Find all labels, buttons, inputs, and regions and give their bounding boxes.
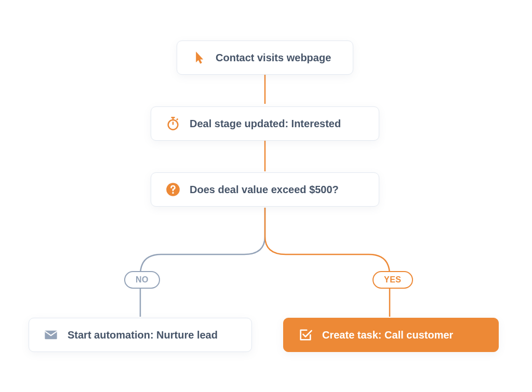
workflow-diagram: Contact visits webpage Deal stage update… xyxy=(0,0,532,392)
trigger-node-contact-visits: Contact visits webpage xyxy=(177,40,353,75)
branch-label-yes: YES xyxy=(373,271,413,289)
svg-line-6 xyxy=(177,119,178,120)
outcome-node-create-task: Create task: Call customer xyxy=(283,318,499,352)
node-label: Start automation: Nurture lead xyxy=(68,329,218,341)
question-icon xyxy=(166,182,180,197)
checkbox-icon xyxy=(298,328,313,342)
node-label: Create task: Call customer xyxy=(322,329,453,341)
branch-no-text: NO xyxy=(136,275,149,284)
action-node-deal-stage: Deal stage updated: Interested xyxy=(151,106,379,141)
mail-icon xyxy=(44,328,58,342)
node-label: Deal stage updated: Interested xyxy=(190,118,341,130)
stopwatch-icon xyxy=(166,116,180,131)
node-label: Contact visits webpage xyxy=(216,52,331,64)
cursor-icon xyxy=(192,50,206,65)
branch-label-no: NO xyxy=(124,271,160,289)
node-label: Does deal value exceed $500? xyxy=(190,184,339,196)
branch-yes-text: YES xyxy=(384,275,402,284)
condition-node-deal-value: Does deal value exceed $500? xyxy=(151,172,379,207)
svg-point-8 xyxy=(172,192,174,194)
outcome-node-start-automation: Start automation: Nurture lead xyxy=(29,318,252,352)
svg-point-2 xyxy=(168,120,178,130)
